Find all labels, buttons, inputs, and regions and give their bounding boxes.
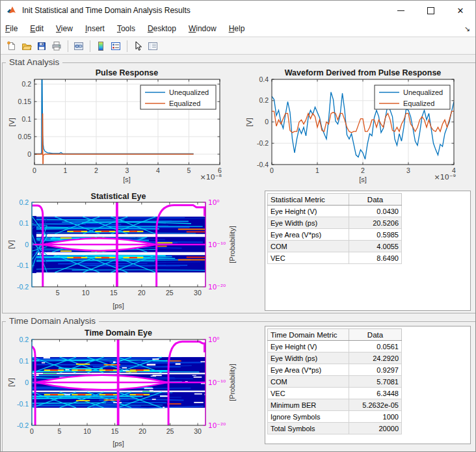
metric-name-cell: COM — [268, 241, 349, 252]
svg-text:0: 0 — [270, 166, 274, 174]
menu-item-window[interactable]: Window — [189, 24, 217, 33]
link-icon — [73, 41, 84, 51]
menu-item-file[interactable]: File — [5, 24, 18, 33]
minimize-icon — [397, 10, 404, 11]
y-axis-right-label: [Probability] — [228, 226, 236, 263]
insert-legend-button[interactable] — [109, 39, 123, 53]
toolbar-divider — [127, 40, 127, 52]
menu-item-desktop[interactable]: Desktop — [148, 24, 176, 33]
figure-window: { "window": { "title": "Init Statistical… — [0, 0, 476, 452]
metric-name-cell: Eye Width (ps) — [268, 217, 349, 229]
property-inspector-button[interactable] — [146, 39, 160, 53]
svg-text:0.05: 0.05 — [18, 133, 32, 140]
svg-text:10⁻¹⁰: 10⁻¹⁰ — [208, 379, 226, 386]
svg-text:0: 0 — [25, 241, 29, 248]
waveform-chart[interactable]: Waveform Derived from Pulse Response 012… — [243, 66, 474, 186]
svg-text:2: 2 — [94, 166, 98, 174]
print-figure-button[interactable] — [49, 39, 64, 53]
figure-toolbar — [1, 38, 475, 55]
svg-text:0: 0 — [30, 427, 34, 435]
close-button[interactable]: ✕ — [445, 1, 475, 20]
svg-text:0.2: 0.2 — [19, 198, 29, 206]
insert-colorbar-button[interactable] — [94, 39, 108, 53]
metric-value-cell: 20000 — [349, 423, 402, 434]
statistical-eye-chart[interactable]: Statistical Eye 510152025300.20.10-0.1-0… — [6, 191, 248, 312]
time-domain-eye-chart[interactable]: Time Domain Eye 0510152025300.20.10-0.1-… — [6, 324, 248, 449]
svg-text:3: 3 — [406, 166, 410, 174]
svg-text:1: 1 — [64, 166, 68, 174]
svg-text:10⁻²⁰: 10⁻²⁰ — [208, 283, 226, 291]
x-axis-label: [ps] — [112, 302, 124, 310]
metric-name-cell: Eye Height (V) — [268, 206, 349, 217]
svg-text:0.1: 0.1 — [21, 115, 31, 123]
x-axis-exponent: ×10⁻⁹ — [434, 173, 456, 181]
column-header-metric: Time Domain Metric — [268, 329, 349, 341]
svg-text:-0.1: -0.1 — [17, 261, 29, 269]
table-row: VEC8.6490 — [268, 252, 402, 264]
table-row: Minimum BER5.2632e-05 — [268, 399, 402, 411]
dock-figure-icon[interactable]: ↘ — [464, 25, 470, 33]
save-icon — [36, 41, 47, 51]
menu-item-edit[interactable]: Edit — [30, 24, 44, 33]
svg-text:Equalized: Equalized — [403, 100, 434, 107]
svg-text:-0.2: -0.2 — [17, 421, 29, 429]
svg-text:0.2: 0.2 — [21, 80, 31, 88]
svg-text:Unequalized: Unequalized — [169, 88, 209, 96]
svg-text:0: 0 — [33, 166, 36, 174]
pulse-response-chart[interactable]: Pulse Response 012345600.050.10.150.2Une… — [6, 66, 235, 186]
svg-text:0.1: 0.1 — [19, 219, 29, 227]
table-row: Eye Area (V*ps)0.9297 — [268, 364, 402, 376]
stat-metrics-table-panel: Statistical MetricDataEye Height (V)0.04… — [265, 191, 471, 311]
metric-name-cell: Eye Height (V) — [268, 341, 349, 352]
toolbar-divider — [68, 40, 68, 52]
maximize-button[interactable] — [416, 1, 445, 20]
maximize-icon — [427, 7, 434, 14]
y-axis-label: [V] — [245, 118, 253, 126]
legend-icon — [111, 41, 121, 51]
metric-name-cell: Ignore Symbols — [268, 411, 349, 423]
metric-name-cell: COM — [268, 376, 349, 388]
property-inspector-icon — [148, 41, 158, 51]
svg-text:10⁰: 10⁰ — [208, 198, 220, 206]
svg-text:0.2: 0.2 — [259, 96, 269, 104]
svg-text:20: 20 — [139, 427, 146, 435]
chart-title: Waveform Derived from Pulse Response — [285, 68, 442, 77]
column-header-data: Data — [349, 194, 402, 206]
menu-item-tools[interactable]: Tools — [117, 24, 135, 33]
printer-icon — [51, 41, 62, 51]
chart-title: Statistical Eye — [91, 192, 146, 201]
svg-text:0: 0 — [25, 379, 29, 386]
table-row: Total Symbols20000 — [268, 423, 402, 434]
menu-item-help[interactable]: Help — [229, 24, 245, 33]
window-title: Init Statistical and Time Domain Analysi… — [22, 6, 386, 15]
new-figure-button[interactable] — [5, 39, 19, 53]
svg-text:-0.2: -0.2 — [17, 283, 29, 291]
svg-text:10⁻²⁰: 10⁻²⁰ — [208, 421, 226, 429]
edit-plot-button[interactable] — [131, 39, 145, 53]
svg-text:5: 5 — [187, 166, 191, 174]
table-row: Eye Width (ps)24.2920 — [268, 352, 402, 364]
metric-value-cell: 6.3448 — [349, 388, 402, 399]
svg-text:4: 4 — [156, 166, 160, 174]
svg-text:0: 0 — [27, 150, 31, 158]
metric-value-cell: 5.7081 — [349, 376, 402, 388]
svg-text:25: 25 — [166, 427, 174, 435]
menu-item-insert[interactable]: Insert — [85, 24, 105, 33]
open-file-button[interactable] — [20, 39, 34, 53]
y-axis-left-label: [V] — [7, 240, 15, 248]
table-row: Eye Height (V)0.0561 — [268, 341, 402, 352]
metric-value-cell: 0.0561 — [349, 341, 402, 352]
metric-value-cell: 1000 — [349, 411, 402, 423]
metric-value-cell: 5.2632e-05 — [349, 399, 402, 411]
svg-text:-0.4: -0.4 — [257, 161, 269, 168]
table-row: COM5.7081 — [268, 376, 402, 388]
save-figure-button[interactable] — [34, 39, 49, 53]
svg-text:30: 30 — [194, 289, 202, 297]
toolbar-divider — [90, 40, 90, 52]
link-plot-button[interactable] — [72, 39, 86, 53]
minimize-button[interactable] — [386, 1, 416, 20]
menu-item-view[interactable]: View — [56, 24, 73, 33]
svg-text:0.4: 0.4 — [259, 75, 269, 83]
svg-text:20: 20 — [138, 289, 146, 297]
svg-text:1: 1 — [315, 166, 319, 174]
